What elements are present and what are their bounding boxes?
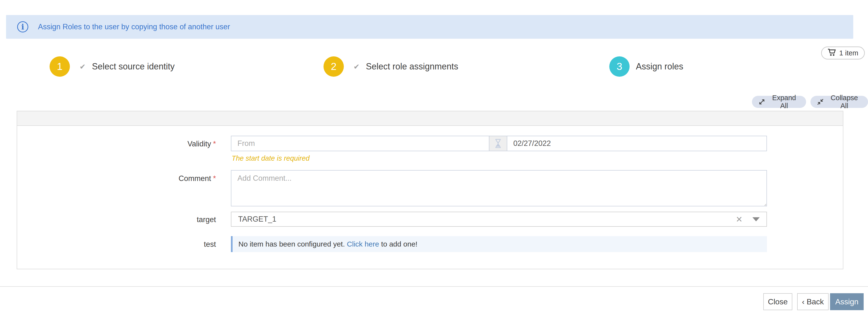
collapse-icon xyxy=(817,98,824,106)
cart-count-label: 1 item xyxy=(839,49,858,57)
collapse-all-label: Collapse All xyxy=(827,94,862,110)
wizard-page: i Assign Roles to the user by copying th… xyxy=(0,0,868,315)
step-3-label: Assign roles xyxy=(636,61,683,71)
cart-items-badge[interactable]: 1 item xyxy=(821,47,865,59)
hourglass-icon xyxy=(489,136,507,151)
target-selected-value: TARGET_1 xyxy=(238,215,736,224)
expand-all-button[interactable]: Expand All xyxy=(752,96,806,108)
target-select[interactable]: TARGET_1 × xyxy=(231,212,767,227)
target-label: target xyxy=(17,215,216,224)
expand-icon xyxy=(758,98,766,106)
info-icon: i xyxy=(17,21,28,32)
validity-error-message: The start date is required xyxy=(231,154,309,162)
validity-from-input[interactable] xyxy=(231,136,489,151)
footer-divider xyxy=(0,286,868,287)
clear-selection-icon[interactable]: × xyxy=(736,214,742,225)
step-1-label: Select source identity xyxy=(92,61,175,71)
expand-collapse-toolbar: Expand All Collapse All xyxy=(752,96,868,108)
assign-button[interactable]: Assign xyxy=(830,293,864,310)
expand-all-label: Expand All xyxy=(768,94,800,110)
click-here-link[interactable]: Click here xyxy=(347,240,379,248)
info-banner: i Assign Roles to the user by copying th… xyxy=(6,15,853,39)
cart-icon xyxy=(828,48,836,58)
step-select-source-identity[interactable]: 1 ✔ Select source identity xyxy=(50,56,175,77)
comment-label: Comment* xyxy=(17,174,216,183)
validity-to-input[interactable] xyxy=(507,136,767,151)
step-2-circle: 2 xyxy=(323,56,344,77)
step-1-check-icon: ✔ xyxy=(80,62,86,71)
dropdown-caret-icon[interactable] xyxy=(752,217,760,221)
panel-header[interactable] xyxy=(17,111,843,126)
validity-label: Validity* xyxy=(17,140,216,148)
required-asterisk: * xyxy=(213,140,216,148)
info-banner-text: Assign Roles to the user by copying thos… xyxy=(38,23,230,31)
required-asterisk: * xyxy=(213,174,216,183)
step-select-role-assignments[interactable]: 2 ✔ Select role assignments xyxy=(323,56,458,77)
test-label: test xyxy=(17,240,216,249)
step-assign-roles[interactable]: 3 Assign roles xyxy=(609,56,683,77)
step-2-label: Select role assignments xyxy=(366,61,458,71)
test-info-message: No item has been configured yet. Click h… xyxy=(231,236,767,252)
step-1-circle: 1 xyxy=(50,56,70,77)
comment-textarea[interactable] xyxy=(231,170,767,206)
test-message-before: No item has been configured yet. xyxy=(239,240,347,248)
step-2-check-icon: ✔ xyxy=(353,62,360,71)
collapse-all-button[interactable]: Collapse All xyxy=(810,96,868,108)
step-3-circle: 3 xyxy=(609,56,629,77)
back-button[interactable]: ‹ Back xyxy=(797,293,829,310)
close-button[interactable]: Close xyxy=(763,293,792,310)
test-message-after: to add one! xyxy=(379,240,417,248)
